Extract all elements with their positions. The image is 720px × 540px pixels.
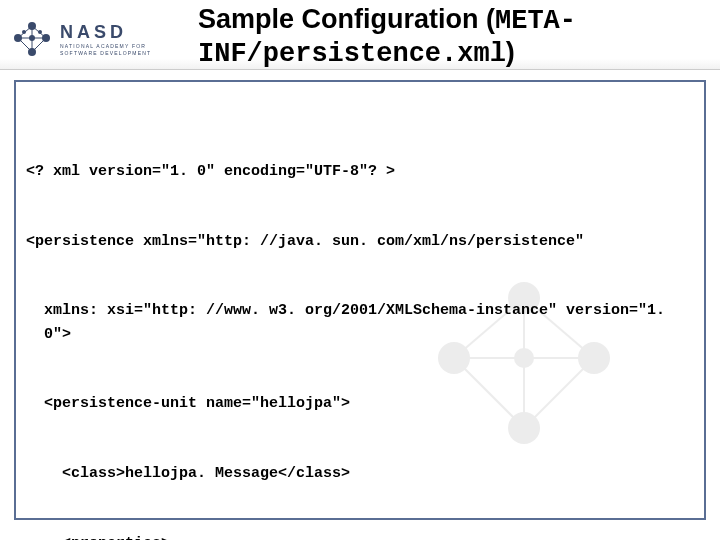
watermark-icon bbox=[414, 268, 634, 468]
code-line: <? xml version="1. 0" encoding="UTF-8"? … bbox=[26, 160, 694, 183]
page-title: Sample Configuration (META-INF/persisten… bbox=[178, 4, 710, 70]
code-line: <persistence xmlns="http: //java. sun. c… bbox=[26, 230, 694, 253]
svg-point-23 bbox=[438, 342, 470, 374]
svg-point-10 bbox=[29, 35, 35, 41]
svg-point-24 bbox=[578, 342, 610, 374]
svg-point-25 bbox=[508, 412, 540, 444]
svg-text:NATIONAL ACADEMY FOR: NATIONAL ACADEMY FOR bbox=[60, 43, 146, 49]
svg-point-26 bbox=[514, 348, 534, 368]
svg-point-6 bbox=[28, 22, 36, 30]
code-block: <? xml version="1. 0" encoding="UTF-8"? … bbox=[14, 80, 706, 520]
svg-point-12 bbox=[38, 30, 42, 34]
svg-point-8 bbox=[42, 34, 50, 42]
svg-point-7 bbox=[14, 34, 22, 42]
code-line: <properties> bbox=[26, 532, 694, 540]
title-suffix: ) bbox=[506, 37, 515, 67]
network-icon bbox=[10, 18, 54, 60]
svg-text:SOFTWARE DEVELOPMENT: SOFTWARE DEVELOPMENT bbox=[60, 50, 151, 56]
code-line: <class>hellojpa. Message</class> bbox=[26, 462, 694, 485]
code-line: <persistence-unit name="hellojpa"> bbox=[26, 392, 694, 415]
svg-text:NASD: NASD bbox=[60, 22, 127, 42]
slide-header: NASD NATIONAL ACADEMY FOR SOFTWARE DEVEL… bbox=[0, 0, 720, 70]
nasd-logo: NASD NATIONAL ACADEMY FOR SOFTWARE DEVEL… bbox=[10, 4, 178, 60]
nasd-wordmark: NASD NATIONAL ACADEMY FOR SOFTWARE DEVEL… bbox=[58, 18, 178, 60]
svg-point-9 bbox=[28, 48, 36, 56]
svg-point-11 bbox=[22, 30, 26, 34]
title-prefix: Sample Configuration ( bbox=[198, 4, 495, 34]
code-line: xmlns: xsi="http: //www. w3. org/2001/XM… bbox=[26, 299, 694, 346]
